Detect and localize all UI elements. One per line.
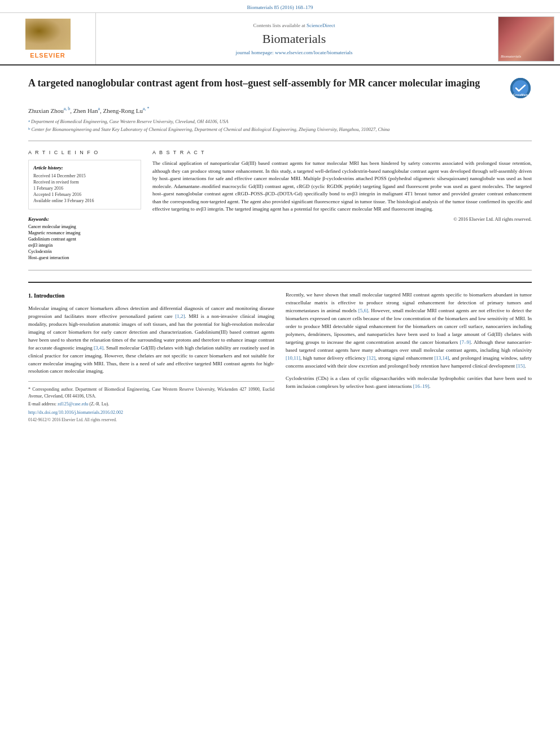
author2-name: , Zhen Han xyxy=(70,107,98,114)
ref-5-6: [5,6] xyxy=(358,308,368,313)
journal-citation: Biomaterials 85 (2016) 168–179 xyxy=(247,5,313,10)
affiliation-b: b Center for Bionanoengineering and Stat… xyxy=(28,126,532,133)
affil-a-sup: a xyxy=(28,119,30,124)
authors-line: Zhuxian Zhoua, b, Zhen Hana, Zheng-Rong … xyxy=(28,106,532,114)
article-title-text: A targeted nanoglobular contrast agent f… xyxy=(28,77,509,90)
section1-number: 1. xyxy=(28,292,33,299)
received-date: Received 14 December 2015 xyxy=(33,173,136,178)
ref-16-19: [16–19] xyxy=(413,383,430,389)
footer-note: * Corresponding author. Department of Bi… xyxy=(28,381,274,423)
article-content: A targeted nanoglobular contrast agent f… xyxy=(0,65,560,436)
affiliations-block: a Department of Biomedical Engineering, … xyxy=(28,119,532,142)
svg-point-5 xyxy=(35,37,38,40)
journal-cover-area: Biomaterials xyxy=(492,13,560,64)
article-info-col: A R T I C L E I N F O Article history: R… xyxy=(28,150,141,261)
author1-sup: a, b xyxy=(64,106,71,111)
affiliation-a: a Department of Biomedical Engineering, … xyxy=(28,119,532,125)
crossmark-logo: CrossMark xyxy=(509,77,532,99)
cover-label: Biomaterials xyxy=(501,54,521,59)
affil-a-text: Department of Biomedical Engineering, Ca… xyxy=(31,119,228,125)
ref-3-4: [3,4] xyxy=(94,345,103,351)
affil-b-sup: b xyxy=(28,126,30,132)
sciencedirect-link: Contents lists available at ScienceDirec… xyxy=(253,23,335,28)
ref-15: [15] xyxy=(516,363,524,369)
section1-title: 1. Introduction xyxy=(28,291,274,300)
journal-homepage-link[interactable]: www.elsevier.com/locate/biomaterials xyxy=(275,50,352,55)
available-date: Available online 3 February 2016 xyxy=(33,198,136,203)
svg-point-6 xyxy=(58,36,60,38)
doi-link[interactable]: http://dx.doi.org/10.1016/j.biomaterials… xyxy=(28,409,274,416)
article-info-abstract-row: A R T I C L E I N F O Article history: R… xyxy=(28,150,532,270)
keyword-2: Magnetic resonance imaging xyxy=(28,230,141,235)
doi-anchor[interactable]: http://dx.doi.org/10.1016/j.biomaterials… xyxy=(28,410,123,415)
svg-text:CrossMark: CrossMark xyxy=(513,93,528,97)
author3-sup: a, * xyxy=(143,106,150,111)
elsevier-tree-graphic xyxy=(25,19,71,50)
corresponding-label: * Corresponding author. xyxy=(28,387,73,392)
page: Biomaterials 85 (2016) 168–179 xyxy=(0,0,560,747)
journal-homepage: journal homepage: www.elsevier.com/locat… xyxy=(236,50,353,55)
svg-point-7 xyxy=(47,24,49,27)
journal-citation-bar: Biomaterials 85 (2016) 168–179 xyxy=(0,0,560,13)
affil-b-text: Center for Bionanoengineering and State … xyxy=(32,126,390,133)
article-info-heading: A R T I C L E I N F O xyxy=(28,150,141,155)
author3-name: , Zheng-Rong Lu xyxy=(100,107,143,114)
email-line: E-mail address: zd125@case.edu (Z.-R. Lu… xyxy=(28,401,274,407)
abstract-col: A B S T R A C T The clinical application… xyxy=(152,150,532,261)
crossmark-badge: CrossMark xyxy=(510,78,531,98)
keyword-4: αvβ3 integrin xyxy=(28,243,141,248)
issn-text: 0142-9612/© 2016 Elsevier Ltd. All right… xyxy=(28,417,274,423)
journal-title: Biomaterials xyxy=(262,32,326,46)
ref-13-14: [13,14] xyxy=(434,355,449,361)
intro-para-3: Cyclodextrins (CDs) is a class of cyclic… xyxy=(286,375,532,391)
keywords-block: Keywords: Cancer molecular imaging Magne… xyxy=(28,216,141,260)
body-two-col: 1. Introduction Molecular imaging of can… xyxy=(28,291,532,425)
abstract-copyright: © 2016 Elsevier Ltd. All rights reserved… xyxy=(152,216,532,222)
intro-para-1: Molecular imaging of cancer biomarkers a… xyxy=(28,305,274,375)
article-title-row: A targeted nanoglobular contrast agent f… xyxy=(28,77,532,99)
ref-7-9: [7–9] xyxy=(460,339,471,345)
author1-name: Zhuxian Zhou xyxy=(28,107,64,114)
elsevier-text: ELSEVIER xyxy=(30,52,65,59)
svg-rect-0 xyxy=(25,19,71,50)
journal-header: ELSEVIER Contents lists available at Sci… xyxy=(0,13,560,65)
svg-rect-4 xyxy=(46,36,49,45)
svg-point-1 xyxy=(38,22,58,38)
email-label: E-mail address: xyxy=(28,401,56,407)
section1-title-text: Introduction xyxy=(34,292,64,299)
accepted-date: Accepted 1 February 2016 xyxy=(33,192,136,197)
keyword-5: Cyclodextrin xyxy=(28,249,141,254)
article-history-block: Article history: Received 14 December 20… xyxy=(28,160,141,209)
corresponding-line: * Corresponding author. Department of Bi… xyxy=(28,386,274,399)
intro-para-2: Recently, we have shown that small molec… xyxy=(286,291,532,370)
keyword-3: Gadolinium contrast agent xyxy=(28,237,141,242)
email-suffix: (Z.-R. Lu). xyxy=(89,401,109,407)
elsevier-logo-area: ELSEVIER xyxy=(0,13,96,64)
ref-1-2: [1,2] xyxy=(175,313,185,319)
revised-label: Received in revised form xyxy=(33,180,136,185)
journal-cover-image: Biomaterials xyxy=(498,16,554,62)
keywords-title: Keywords: xyxy=(28,216,141,222)
svg-point-2 xyxy=(34,26,50,40)
section-divider xyxy=(28,282,532,283)
elsevier-logo: ELSEVIER xyxy=(25,19,71,59)
svg-point-3 xyxy=(45,25,62,37)
history-title: Article history: xyxy=(33,165,136,171)
body-col-right: Recently, we have shown that small molec… xyxy=(286,291,532,425)
abstract-heading: A B S T R A C T xyxy=(152,150,532,155)
email-address[interactable]: zd125@case.edu xyxy=(58,401,88,407)
body-col-left: 1. Introduction Molecular imaging of can… xyxy=(28,291,274,425)
sciencedirect-anchor[interactable]: ScienceDirect xyxy=(307,23,335,28)
revised-date: 1 February 2016 xyxy=(33,186,136,191)
keyword-6: Host–guest interaction xyxy=(28,255,141,260)
ref-12: [12] xyxy=(367,355,375,361)
abstract-text: The clinical application of nanoparticul… xyxy=(152,160,532,213)
journal-title-area: Contents lists available at ScienceDirec… xyxy=(96,13,492,64)
ref-10-11: [10,11] xyxy=(286,355,300,361)
keyword-1: Cancer molecular imaging xyxy=(28,224,141,229)
